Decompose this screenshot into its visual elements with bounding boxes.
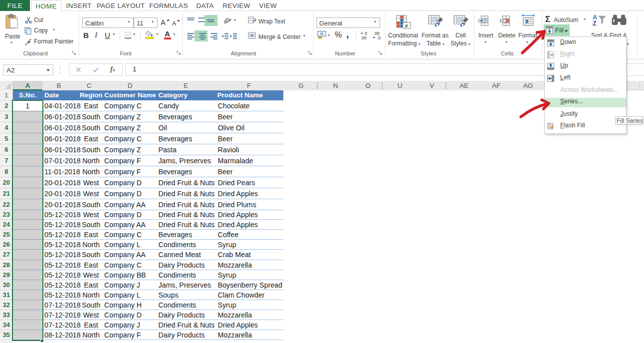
svg-text:.0: .0 — [377, 35, 381, 40]
svg-text:≠: ≠ — [405, 22, 409, 29]
svg-text:.00: .00 — [361, 35, 367, 40]
svg-text:Z: Z — [593, 20, 597, 26]
